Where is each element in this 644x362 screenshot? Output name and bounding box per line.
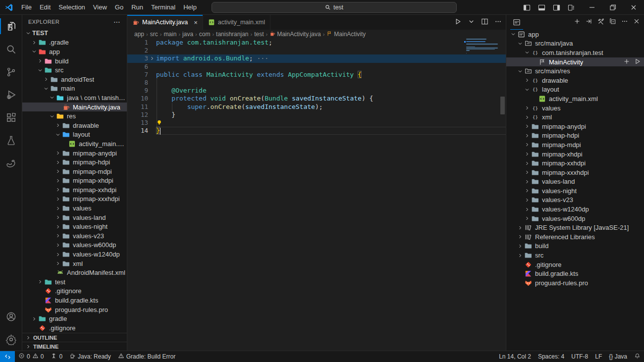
- explorer-root[interactable]: TEST: [22, 29, 127, 38]
- layout-sidebar-left-button[interactable]: [519, 0, 534, 15]
- explorer-item-drawable[interactable]: drawable: [22, 121, 127, 130]
- explorer-item-gitignore[interactable]: .gitignore: [22, 287, 127, 296]
- project-item-activity-main-xml[interactable]: activity_main.xml: [506, 94, 644, 103]
- project-item-jre-system-library-javase-21[interactable]: JRE System Library [JavaSE-21]: [506, 223, 644, 232]
- project-item-values-w600dp[interactable]: values-w600dp: [506, 214, 644, 223]
- explorer-item-mipmap-hdpi[interactable]: mipmap-hdpi: [22, 157, 127, 167]
- project-item-values-land[interactable]: values-land: [506, 177, 644, 187]
- project-item-src[interactable]: src: [506, 251, 644, 260]
- fold-chevron-icon[interactable]: [148, 54, 156, 62]
- tab-close-icon[interactable]: ×: [194, 19, 198, 26]
- explorer-item-values[interactable]: values: [22, 204, 127, 213]
- menu-go[interactable]: Go: [111, 2, 127, 13]
- project-item-com-tanishranjan-test[interactable]: {}com.tanishranjan.test: [506, 48, 644, 57]
- project-item-values-v23[interactable]: values-v23: [506, 196, 644, 205]
- project-item-mipmap-xxhdpi[interactable]: mipmap-xxhdpi: [506, 158, 644, 168]
- editor-scrollbar[interactable]: [500, 97, 505, 114]
- breadcrumb-mainactivity-java[interactable]: MainActivity.java: [269, 31, 321, 38]
- status-language-mode[interactable]: {} Java: [605, 351, 631, 362]
- explorer-item-res[interactable]: res: [22, 111, 127, 121]
- add-button[interactable]: [623, 58, 630, 66]
- breadcrumb-main[interactable]: main: [163, 31, 176, 38]
- project-item-app[interactable]: app: [506, 30, 644, 39]
- project-item-drawable[interactable]: {}drawable: [506, 76, 644, 85]
- layout-customize-button[interactable]: [564, 0, 579, 15]
- code-editor[interactable]: 1package com.tanishranjan.test;23import …: [127, 39, 506, 351]
- project-item-referenced-libraries[interactable]: Referenced Libraries: [506, 232, 644, 242]
- menu-run[interactable]: Run: [127, 2, 147, 13]
- activity-account[interactable]: [0, 305, 22, 328]
- status-indentation[interactable]: Spaces: 4: [535, 351, 568, 362]
- breadcrumb-com[interactable]: com: [199, 31, 211, 38]
- project-item-mipmap-xxxhdpi[interactable]: mipmap-xxxhdpi: [506, 168, 644, 177]
- project-item-values-w1240dp[interactable]: values-w1240dp: [506, 205, 644, 214]
- menu-terminal[interactable]: Terminal: [147, 2, 179, 13]
- explorer-item-mipmap-xxxhdpi[interactable]: mipmap-xxxhdpi: [22, 195, 127, 204]
- code-line-14[interactable]: 14}: [127, 127, 506, 135]
- explorer-item-mipmap-xhdpi[interactable]: mipmap-xhdpi: [22, 176, 127, 186]
- explorer-item-values-w1240dp[interactable]: values-w1240dp: [22, 250, 127, 259]
- project-item-mipmap-xhdpi[interactable]: mipmap-xhdpi: [506, 150, 644, 159]
- section-outline[interactable]: OUTLINE: [22, 333, 127, 342]
- project-item-mipmap-hdpi[interactable]: mipmap-hdpi: [506, 131, 644, 141]
- explorer-item-values-land[interactable]: values-land: [22, 213, 127, 222]
- open-file-button[interactable]: [586, 18, 592, 27]
- status-eol[interactable]: LF: [591, 351, 605, 362]
- remote-indicator[interactable]: [0, 351, 15, 362]
- project-item-src-main-res[interactable]: src/main/res: [506, 66, 644, 76]
- restore-button[interactable]: [602, 0, 623, 15]
- sidebar-more-actions[interactable]: ⋯: [113, 18, 121, 26]
- add-button[interactable]: [574, 18, 581, 27]
- status-problems[interactable]: 00: [15, 351, 47, 362]
- code-line-3[interactable]: 3import android.os.Bundle; ···: [127, 54, 506, 62]
- explorer-item-mainactivity-java[interactable]: MainActivity.java: [22, 103, 127, 112]
- explorer-item-androidmanifest-xml[interactable]: AndroidManifest.xml: [22, 268, 127, 277]
- collapse-all-button[interactable]: [609, 18, 616, 27]
- activity-extensions[interactable]: [0, 106, 22, 129]
- explorer-item-test[interactable]: test: [22, 277, 127, 287]
- explorer-item-java-com-tanishranjan-test[interactable]: java \ com \ tanishranjan \ test: [22, 93, 127, 103]
- explorer-item-main[interactable]: main: [22, 84, 127, 94]
- activity-run-and-debug[interactable]: [0, 83, 22, 106]
- code-line-1[interactable]: 1package com.tanishranjan.test;: [127, 39, 506, 47]
- status-encoding[interactable]: UTF-8: [568, 351, 591, 362]
- run-button[interactable]: [454, 18, 462, 27]
- code-line-2[interactable]: 2: [127, 47, 506, 54]
- explorer-item-mipmap-mdpi[interactable]: mipmap-mdpi: [22, 167, 127, 176]
- tab-activity-main-xml[interactable]: activity_main.xml: [203, 15, 270, 30]
- code-line-7[interactable]: 7public class MainActivity extends AppCo…: [127, 71, 506, 79]
- project-item-mipmap-anydpi[interactable]: mipmap-anydpi: [506, 122, 644, 131]
- layout-sidebar-right-button[interactable]: [549, 0, 564, 15]
- explorer-item-app[interactable]: app: [22, 47, 127, 56]
- breadcrumb-app[interactable]: app: [134, 31, 144, 38]
- editor-more-button[interactable]: [494, 18, 502, 27]
- explorer-item-mipmap-anydpi[interactable]: mipmap-anydpi: [22, 149, 127, 158]
- menu-view[interactable]: View: [89, 2, 111, 13]
- section-timeline[interactable]: TIMELINE: [22, 342, 127, 351]
- code-line-12[interactable]: 12 }: [127, 111, 506, 119]
- menu-file[interactable]: File: [17, 2, 36, 13]
- explorer-item-activity-main-xml[interactable]: activity_main.xml: [22, 139, 127, 149]
- status-ports[interactable]: 0: [47, 351, 66, 362]
- run-button[interactable]: [634, 58, 641, 66]
- project-item-build-gradle-kts[interactable]: build.gradle.kts: [506, 269, 644, 278]
- activity-search[interactable]: [0, 38, 22, 60]
- explorer-item-layout[interactable]: layout: [22, 130, 127, 140]
- activity-settings[interactable]: [0, 328, 22, 351]
- more-button[interactable]: [621, 18, 628, 27]
- code-line-10[interactable]: 10 protected void onCreate(Bundle savedI…: [127, 95, 506, 103]
- explorer-item-gitignore[interactable]: .gitignore: [22, 323, 127, 333]
- explorer-item-build[interactable]: build: [22, 56, 127, 66]
- project-item-gitignore[interactable]: .gitignore: [506, 260, 644, 269]
- status-gradle-status[interactable]: Gradle: Build Error: [114, 351, 179, 362]
- breadcrumb-src[interactable]: src: [150, 31, 158, 38]
- explorer-item-values-night[interactable]: values-night: [22, 222, 127, 231]
- run-dropdown-icon[interactable]: [468, 18, 475, 27]
- project-item-proguard-rules-pro[interactable]: proguard-rules.pro: [506, 278, 644, 288]
- project-item-build[interactable]: build: [506, 242, 644, 251]
- project-item-src-main-java[interactable]: src/main/java: [506, 39, 644, 49]
- layout-panel-button[interactable]: [534, 0, 549, 15]
- command-center-search[interactable]: test: [212, 2, 457, 13]
- status-notifications[interactable]: [631, 351, 644, 362]
- breadcrumb-java[interactable]: java: [182, 31, 193, 38]
